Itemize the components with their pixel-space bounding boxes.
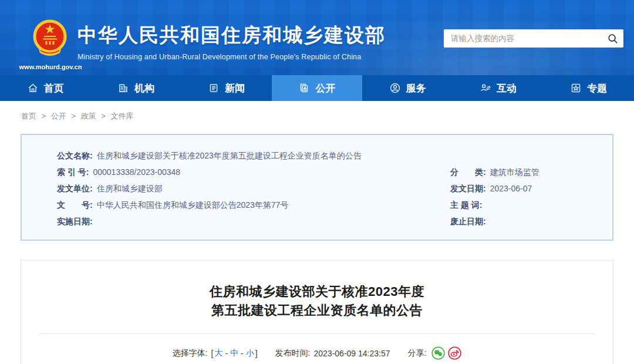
- publish-time-value: 2023-06-09 14:23:57: [314, 349, 390, 358]
- nav-item-label: 首页: [44, 82, 64, 95]
- issue-date-value: 2023-06-07: [490, 180, 532, 197]
- nav-item-topics[interactable]: 专题: [544, 75, 634, 101]
- national-emblem-icon: [31, 18, 69, 62]
- meta-row: 发文单位: 住房和城乡建设部 发文日期: 2023-06-07: [57, 180, 612, 197]
- category-label: 分 类:: [450, 164, 486, 180]
- publish-time: 发布时间: 2023-06-09 14:23:57: [275, 348, 390, 359]
- wechat-share-icon[interactable]: [431, 346, 445, 360]
- nav-item-label: 互动: [497, 82, 517, 95]
- font-selector-label: 选择字体:: [173, 348, 208, 359]
- impl-date-label: 实施日期:: [57, 213, 93, 230]
- subject-label: 主 题 词:: [450, 197, 482, 213]
- building-icon: [117, 82, 129, 94]
- nav-item-service[interactable]: 服务: [362, 75, 453, 101]
- font-size-selector: 选择字体: [ 大 - 中 - 小 ]: [173, 348, 258, 359]
- doc-name-label: 公文名称:: [57, 147, 93, 164]
- breadcrumb: 首页 > 公开 > 政策 > 文件库: [0, 101, 634, 122]
- nav-item-disclosure[interactable]: 公开: [272, 75, 362, 101]
- index-no-value: 000013338/2023-00348: [93, 164, 180, 180]
- site-url: www.mohurd.gov.cn: [18, 63, 83, 70]
- site-logo[interactable]: www.mohurd.gov.cn 中华人民共和国住房和城乡建设部 Minist…: [18, 18, 386, 65]
- nav-item-label: 专题: [587, 82, 607, 95]
- star-topics-icon: [570, 82, 582, 94]
- issuer-label: 发文单位:: [57, 180, 93, 197]
- meta-row: 文 号: 中华人民共和国住房和城乡建设部公告2023年第77号 主 题 词:: [57, 197, 612, 213]
- page: www.mohurd.gov.cn 中华人民共和国住房和城乡建设部 Minist…: [0, 0, 634, 364]
- publish-time-label: 发布时间:: [275, 348, 311, 359]
- index-no-label: 索 引 号:: [57, 164, 89, 180]
- article-title-line1: 住房和城乡建设部关于核准2023年度: [21, 282, 613, 301]
- doc-name-value: 住房和城乡建设部关于核准2023年度第五批建设工程企业资质名单的公告: [97, 147, 362, 164]
- search-button[interactable]: [602, 29, 623, 48]
- document-meta-box: 公文名称: 住房和城乡建设部关于核准2023年度第五批建设工程企业资质名单的公告…: [21, 134, 613, 241]
- meta-row: 实施日期: 废止日期:: [57, 213, 612, 230]
- article-meta-row: 选择字体: [ 大 - 中 - 小 ] 发布时间: 2023-06-09 14:…: [21, 346, 613, 360]
- breadcrumb-separator: >: [42, 112, 46, 120]
- breadcrumb-separator: >: [71, 112, 76, 120]
- nav-item-label: 公开: [315, 82, 335, 95]
- weibo-share-icon[interactable]: [448, 346, 461, 360]
- article-title: 住房和城乡建设部关于核准2023年度 第五批建设工程企业资质名单的公告: [21, 282, 613, 320]
- meta-row: 索 引 号: 000013338/2023-00348 分 类: 建筑市场监管: [57, 164, 612, 180]
- breadcrumb-link-disclosure[interactable]: 公开: [51, 112, 66, 120]
- search-box: [444, 29, 623, 48]
- nav-item-org[interactable]: 机构: [90, 75, 181, 101]
- search-input[interactable]: [444, 34, 602, 43]
- home-icon: [27, 82, 39, 94]
- disclosure-icon: [298, 82, 310, 94]
- issuer-value: 住房和城乡建设部: [97, 180, 163, 197]
- news-icon: [208, 82, 220, 94]
- nav-item-label: 机构: [134, 82, 154, 95]
- nav-item-label: 新闻: [225, 82, 245, 95]
- bracket-open: [: [211, 349, 213, 358]
- nav-item-interaction[interactable]: 互动: [453, 75, 543, 101]
- category-value: 建筑市场监管: [490, 164, 539, 180]
- nav-item-label: 服务: [406, 82, 426, 95]
- interaction-icon: [480, 82, 491, 94]
- search-icon: [607, 33, 619, 45]
- meta-row-doc-name: 公文名称: 住房和城乡建设部关于核准2023年度第五批建设工程企业资质名单的公告: [57, 147, 612, 164]
- bracket-close: ]: [255, 349, 258, 358]
- site-subtitle: Ministry of Housing and Urban-Rural Deve…: [77, 53, 386, 61]
- repeal-date-label: 废止日期:: [450, 213, 486, 230]
- doc-no-value: 中华人民共和国住房和城乡建设部公告2023年第77号: [97, 197, 289, 213]
- title-divider: [39, 333, 595, 334]
- nav-item-home[interactable]: 首页: [0, 75, 90, 101]
- font-size-medium-link[interactable]: 中: [230, 348, 238, 359]
- doc-no-label: 文 号:: [57, 197, 93, 213]
- site-title: 中华人民共和国住房和城乡建设部: [77, 22, 386, 49]
- service-person-icon: [389, 82, 401, 94]
- breadcrumb-link-policy[interactable]: 政策: [81, 112, 96, 120]
- font-size-small-link[interactable]: 小: [246, 348, 254, 359]
- nav-item-news[interactable]: 新闻: [181, 75, 272, 101]
- font-size-large-link[interactable]: 大: [214, 348, 222, 359]
- issue-date-label: 发文日期:: [450, 180, 486, 197]
- font-option-separator: -: [241, 349, 244, 358]
- article-title-line2: 第五批建设工程企业资质名单的公告: [21, 301, 613, 320]
- breadcrumb-link-library[interactable]: 文件库: [111, 112, 134, 120]
- breadcrumb-link-home[interactable]: 首页: [21, 112, 36, 120]
- font-option-separator: -: [225, 349, 228, 358]
- article-box: 住房和城乡建设部关于核准2023年度 第五批建设工程企业资质名单的公告 选择字体…: [21, 260, 613, 364]
- share-row: 分享:: [408, 346, 462, 360]
- main-nav: 首页 机构 新闻: [0, 75, 634, 101]
- breadcrumb-separator: >: [101, 112, 106, 120]
- site-header: www.mohurd.gov.cn 中华人民共和国住房和城乡建设部 Minist…: [0, 0, 634, 75]
- share-label: 分享:: [408, 348, 427, 359]
